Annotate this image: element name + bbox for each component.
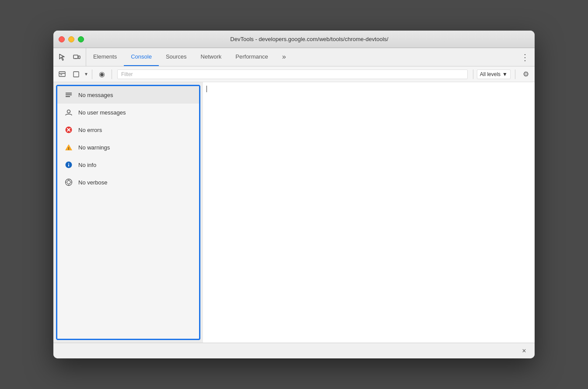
svg-text:!: ! — [68, 146, 70, 151]
svg-point-16 — [68, 163, 69, 164]
eye-button[interactable]: ◉ — [96, 68, 108, 80]
no-messages-label: No messages — [78, 92, 113, 98]
filter-input[interactable] — [117, 69, 468, 79]
tab-performance[interactable]: Performance — [228, 48, 275, 66]
eye-icon: ◉ — [99, 70, 105, 78]
tab-more[interactable]: » — [275, 48, 293, 66]
tab-list: Elements Console Sources Network Perform… — [86, 48, 517, 66]
minimize-button[interactable] — [68, 36, 74, 42]
filter-no-info[interactable]: No info — [57, 156, 199, 174]
svg-point-10 — [67, 110, 70, 113]
info-icon — [64, 160, 73, 169]
devtools-window: DevTools - developers.google.com/web/too… — [53, 31, 535, 358]
traffic-lights — [59, 36, 84, 42]
console-cursor — [206, 86, 207, 92]
svg-rect-6 — [74, 72, 79, 77]
close-button[interactable] — [59, 36, 65, 42]
more-options-button[interactable]: ⋮ — [517, 48, 533, 66]
close-icon: × — [522, 347, 526, 355]
divider2 — [112, 69, 112, 79]
tab-console[interactable]: Console — [124, 48, 159, 66]
filter-no-errors[interactable]: No errors — [57, 121, 199, 139]
svg-rect-3 — [59, 72, 65, 76]
verbose-icon — [64, 178, 73, 187]
title-bar: DevTools - developers.google.com/web/too… — [53, 31, 535, 48]
console-icon-2[interactable] — [70, 68, 82, 80]
tab-sources[interactable]: Sources — [159, 48, 194, 66]
no-verbose-label: No verbose — [78, 179, 107, 186]
main-content: No messages No user messages — [53, 82, 535, 343]
svg-point-18 — [66, 179, 72, 186]
divider — [92, 69, 92, 79]
inspect-element-button[interactable] — [57, 52, 68, 63]
svg-rect-0 — [74, 55, 78, 59]
close-bottom-button[interactable]: × — [519, 346, 529, 356]
warning-icon: ! — [64, 143, 73, 152]
maximize-button[interactable] — [78, 36, 84, 42]
divider4 — [515, 69, 515, 79]
console-icon-1[interactable] — [56, 68, 68, 80]
no-errors-label: No errors — [78, 127, 102, 133]
tab-elements[interactable]: Elements — [86, 48, 124, 66]
svg-rect-17 — [68, 164, 69, 167]
messages-icon — [64, 90, 73, 99]
filter-no-user-messages[interactable]: No user messages — [57, 104, 199, 121]
more-vert-icon: ⋮ — [521, 52, 529, 63]
filter-no-verbose[interactable]: No verbose — [57, 174, 199, 191]
devtools-toolbar: Elements Console Sources Network Perform… — [53, 48, 535, 66]
log-filter-dropdown-panel: No messages No user messages — [56, 85, 200, 340]
window-title: DevTools - developers.google.com/web/too… — [89, 36, 529, 42]
filter-no-warnings[interactable]: ! No warnings — [57, 139, 199, 156]
device-toolbar-button[interactable] — [71, 52, 82, 63]
user-icon — [64, 108, 73, 117]
bottom-bar: × — [53, 343, 535, 358]
svg-rect-1 — [78, 56, 80, 59]
console-bar: ▼ ◉ All levels ▼ ⚙ — [53, 66, 535, 82]
console-output-area[interactable] — [203, 82, 535, 343]
divider3 — [473, 69, 473, 79]
tab-network[interactable]: Network — [194, 48, 229, 66]
no-info-label: No info — [78, 162, 96, 168]
gear-icon: ⚙ — [523, 70, 529, 78]
log-level-dropdown-arrow[interactable]: ▼ — [84, 72, 88, 76]
chevron-down-icon: ▼ — [502, 71, 508, 77]
settings-button[interactable]: ⚙ — [520, 68, 532, 80]
no-user-messages-label: No user messages — [78, 109, 126, 116]
toolbar-icon-group — [53, 48, 86, 66]
log-levels-dropdown[interactable]: All levels ▼ — [477, 69, 511, 79]
error-icon — [64, 125, 73, 134]
svg-point-19 — [67, 181, 70, 184]
no-warnings-label: No warnings — [78, 144, 110, 151]
filter-no-messages[interactable]: No messages — [57, 86, 199, 104]
